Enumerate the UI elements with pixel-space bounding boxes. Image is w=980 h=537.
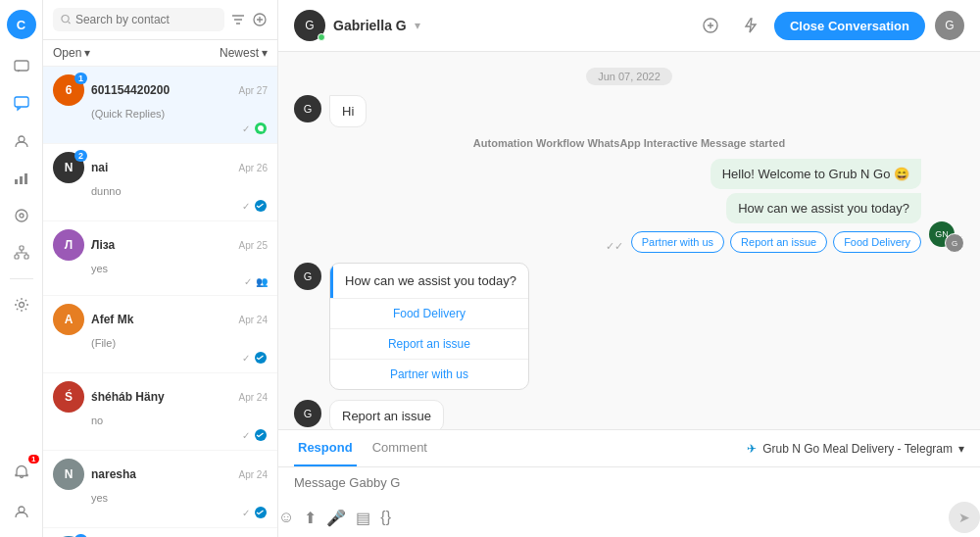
message-interactive-bubble: How can we assist you today? Food Delive… — [329, 263, 529, 390]
telegram-icon: ✈ — [747, 442, 757, 456]
svg-point-2 — [19, 136, 24, 142]
telegram-channel-icon — [254, 506, 268, 519]
close-conversation-button[interactable]: Close Conversation — [774, 12, 925, 40]
filter-open[interactable]: Open ▾ — [53, 46, 90, 60]
tab-comment[interactable]: Comment — [368, 430, 431, 466]
footer-input-area — [278, 467, 980, 498]
incoming-avatar: G — [294, 95, 321, 122]
svg-point-12 — [19, 507, 24, 513]
filter-newest[interactable]: Newest ▾ — [220, 46, 268, 60]
telegram-channel-icon — [254, 428, 268, 442]
sidebar-item-labels[interactable] — [6, 200, 37, 231]
conversation-item[interactable]: A Afef Mk Apr 24 (File) ✓ — [43, 296, 277, 373]
qr-partner[interactable]: Partner with us — [631, 231, 724, 253]
svg-rect-5 — [24, 173, 27, 184]
read-check: ✓ — [242, 353, 250, 364]
search-input[interactable] — [75, 13, 217, 26]
chat-main-area: G Gabriella G ▾ Close Conversation G — [278, 0, 980, 537]
outgoing-quick-replies: Partner with us Report an issue Food Del… — [631, 231, 921, 253]
conversation-filters: Open ▾ Newest ▾ — [43, 40, 277, 67]
chat-header: G Gabriella G ▾ Close Conversation G — [278, 0, 980, 52]
interactive-btn-partner[interactable]: Partner with us — [330, 359, 528, 389]
conv-meta: ✓ — [53, 351, 268, 365]
conv-preview: (File) — [53, 337, 268, 349]
user-avatar[interactable]: C — [7, 10, 36, 39]
conv-avatar: N — [53, 459, 84, 490]
message-input[interactable] — [294, 475, 964, 490]
conversation-item[interactable]: M 3 Md Likhon Khan Apr 24 Group link ✓ f — [43, 528, 277, 537]
sidebar-item-organization[interactable] — [6, 237, 37, 268]
conv-date: Apr 24 — [239, 315, 268, 325]
chat-contact-info[interactable]: G Gabriella G ▾ — [294, 10, 686, 41]
sidebar-item-new-conversation[interactable] — [6, 51, 37, 82]
svg-rect-4 — [20, 176, 23, 184]
chat-footer: Respond Comment ✈ Grub N Go Meal Deliver… — [278, 429, 980, 537]
sidebar-item-settings[interactable] — [6, 289, 37, 320]
audio-icon[interactable]: 🎤 — [326, 509, 346, 527]
send-button[interactable]: ➤ — [949, 502, 980, 533]
incoming-avatar-2: G — [294, 263, 321, 290]
sidebar-item-conversations[interactable] — [6, 88, 37, 120]
footer-tab-group: Respond Comment — [294, 430, 443, 466]
conversation-item[interactable]: N naresha Apr 24 yes ✓ — [43, 451, 277, 528]
read-check: ✓ — [242, 508, 250, 518]
channel-label: Grub N Go Meal Delivery - Telegram — [762, 442, 953, 456]
conv-meta: ✓ — [53, 428, 268, 442]
conversation-item[interactable]: 6 1 601154420200 Apr 27 (Quick Replies) … — [43, 67, 277, 144]
conv-name: naresha — [91, 467, 232, 481]
user-avatar-button[interactable]: G — [935, 11, 964, 40]
whatsapp-channel-icon — [254, 122, 268, 135]
mute-icon[interactable] — [696, 11, 725, 40]
system-message: Automation Workflow WhatsApp Interactive… — [473, 137, 785, 149]
sidebar-item-profile[interactable] — [6, 496, 37, 527]
conv-preview: yes — [53, 263, 268, 274]
channel-dropdown-icon: ▾ — [958, 442, 964, 456]
lightning-icon[interactable] — [735, 11, 764, 40]
unread-badge: 1 — [74, 73, 87, 84]
emoji-icon[interactable]: ☺ — [278, 509, 294, 526]
interactive-buttons: Food Delivery Report an issue Partner wi… — [330, 298, 528, 389]
conv-meta: ✓ — [53, 506, 268, 519]
attachment-icon[interactable]: ⬆ — [304, 509, 317, 527]
svg-rect-10 — [24, 255, 28, 259]
footer-tabs: Respond Comment ✈ Grub N Go Meal Deliver… — [278, 430, 980, 467]
contact-dropdown-icon[interactable]: ▾ — [415, 19, 420, 32]
conv-name: śhéháb Häny — [91, 390, 232, 404]
contact-name: Gabriella G — [333, 18, 407, 33]
filter-icon[interactable] — [230, 12, 246, 27]
conversation-item[interactable]: Ś śhéháb Häny Apr 24 no ✓ — [43, 373, 277, 451]
more-icon[interactable]: {} — [380, 509, 391, 526]
tab-respond[interactable]: Respond — [294, 430, 357, 466]
qr-food-delivery[interactable]: Food Delivery — [833, 231, 921, 253]
interactive-btn-food-delivery[interactable]: Food Delivery — [330, 299, 528, 328]
new-conversation-icon[interactable] — [252, 12, 268, 27]
conv-date: Apr 26 — [239, 163, 268, 173]
conv-date: Apr 27 — [239, 85, 268, 96]
sidebar-item-reports[interactable] — [6, 163, 37, 194]
sidebar-item-notifications[interactable]: 1 — [6, 457, 37, 488]
template-icon[interactable]: ▤ — [356, 509, 370, 527]
conversation-item[interactable]: Л Ліза Apr 25 yes ✓ 👥 — [43, 221, 277, 296]
header-actions: Close Conversation G — [696, 11, 964, 40]
search-box[interactable] — [53, 8, 224, 31]
svg-point-13 — [62, 15, 69, 22]
conv-meta: ✓ — [53, 199, 268, 213]
interactive-btn-report[interactable]: Report an issue — [330, 328, 528, 359]
conversation-list-panel: Open ▾ Newest ▾ 6 1 601154420200 Apr 27 … — [43, 0, 278, 537]
footer-channel-selector[interactable]: ✈ Grub N Go Meal Delivery - Telegram ▾ — [747, 442, 964, 456]
sidebar-item-contacts[interactable] — [6, 125, 37, 157]
read-check: ✓ — [242, 123, 250, 134]
message-incoming-selected: G Report an issue — [294, 400, 444, 429]
svg-rect-1 — [15, 97, 28, 107]
svg-rect-0 — [15, 61, 28, 71]
svg-rect-3 — [15, 179, 18, 184]
conversation-item[interactable]: N 2 nai Apr 26 dunno ✓ — [43, 144, 277, 221]
footer-tools: ☺ ⬆ 🎤 ▤ {} — [278, 509, 391, 527]
read-check: ✓ — [242, 201, 250, 212]
qr-report[interactable]: Report an issue — [730, 231, 827, 253]
date-divider: Jun 07, 2022 — [586, 68, 672, 85]
contact-avatar: G — [294, 10, 325, 41]
message-incoming-hi: G Hi — [294, 95, 367, 127]
conv-avatar: Ś — [53, 381, 84, 413]
conv-name: 601154420200 — [91, 83, 232, 97]
